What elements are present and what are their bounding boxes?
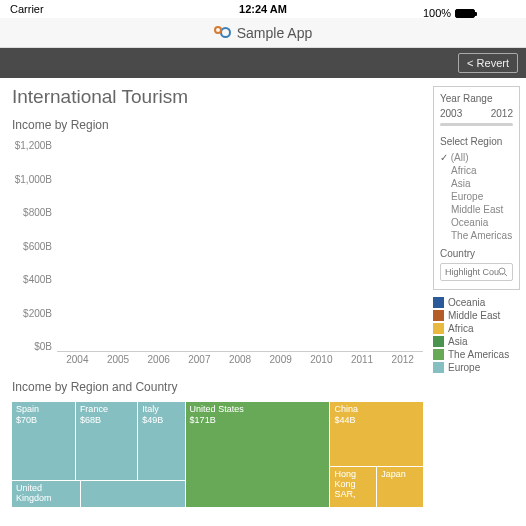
app-title: Sample App xyxy=(237,25,313,41)
region-list: (All)AfricaAsiaEuropeMiddle EastOceaniaT… xyxy=(440,151,513,242)
revert-button[interactable]: < Revert xyxy=(458,53,518,73)
treemap-cell[interactable]: China$44B xyxy=(330,402,423,466)
region-option[interactable]: Europe xyxy=(440,190,513,203)
legend-item[interactable]: Africa xyxy=(433,322,520,335)
treemap-cell[interactable]: Hong Kong SAR, xyxy=(330,467,376,507)
legend: OceaniaMiddle EastAfricaAsiaThe Americas… xyxy=(433,296,520,374)
legend-item[interactable]: Oceania xyxy=(433,296,520,309)
treemap-cell[interactable] xyxy=(81,481,185,507)
battery-icon xyxy=(455,9,475,18)
legend-item[interactable]: Europe xyxy=(433,361,520,374)
battery-pct: 100% xyxy=(423,7,451,19)
y-axis: $1,200B$1,000B$800B$600B$400B$200B$0B xyxy=(12,140,57,370)
legend-item[interactable]: Asia xyxy=(433,335,520,348)
year-range-label: Year Range xyxy=(440,93,513,104)
region-option[interactable]: Asia xyxy=(440,177,513,190)
treemap-cell[interactable]: United Kingdom xyxy=(12,481,80,507)
year-range-slider[interactable] xyxy=(440,123,513,126)
region-filter-label: Select Region xyxy=(440,136,513,147)
status-bar: Carrier 12:24 AM 100% xyxy=(0,0,526,18)
country-search-input[interactable] xyxy=(440,263,513,281)
legend-item[interactable]: Middle East xyxy=(433,309,520,322)
bar-chart: $1,200B$1,000B$800B$600B$400B$200B$0B 20… xyxy=(12,140,423,370)
treemap-cell[interactable]: Japan xyxy=(377,467,423,507)
region-option[interactable]: Middle East xyxy=(440,203,513,216)
treemap-cell[interactable]: Italy$49B xyxy=(138,402,184,480)
treemap: Spain$70B France$68B Italy$49B United Ki… xyxy=(12,402,423,507)
region-option[interactable]: (All) xyxy=(440,151,513,164)
app-header: Sample App xyxy=(0,18,526,48)
clock: 12:24 AM xyxy=(239,3,287,15)
chart1-title: Income by Region xyxy=(12,118,423,132)
legend-item[interactable]: The Americas xyxy=(433,348,520,361)
app-logo-icon xyxy=(214,27,231,38)
treemap-cell[interactable]: France$68B xyxy=(76,402,137,480)
page-title: International Tourism xyxy=(12,86,423,108)
chart2-title: Income by Region and Country xyxy=(12,380,423,394)
country-filter-label: Country xyxy=(440,248,513,259)
x-axis: 200420052006200720082009201020112012 xyxy=(57,352,423,370)
region-option[interactable]: The Americas xyxy=(440,229,513,242)
filter-panel: Year Range 20032012 Select Region (All)A… xyxy=(433,86,520,290)
region-option[interactable]: Africa xyxy=(440,164,513,177)
treemap-cell[interactable]: United States$171B xyxy=(186,402,330,507)
carrier-label: Carrier xyxy=(10,3,44,15)
treemap-cell[interactable]: Spain$70B xyxy=(12,402,75,480)
toolbar: < Revert xyxy=(0,48,526,78)
bars-area xyxy=(57,140,423,352)
region-option[interactable]: Oceania xyxy=(440,216,513,229)
